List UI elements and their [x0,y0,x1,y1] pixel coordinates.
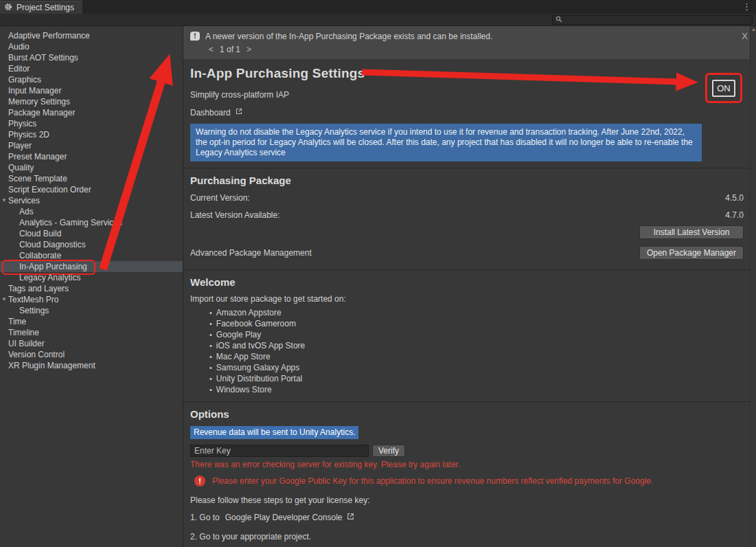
sidebar-item[interactable]: ▼ Input Manager [0,85,183,96]
settings-sidebar: ▼ Adaptive Performance ▼ Audio ▼ Burst A… [0,26,183,547]
iap-toggle-button[interactable]: ON [712,80,735,97]
legacy-analytics-warning-box: Warning do not disable the Legacy Analyt… [190,124,702,161]
section-divider [183,401,756,402]
store-list: •Amazon Appstore •Facebook Gameroom •Goo… [209,307,749,395]
sidebar-item[interactable]: ▼ Ads [0,206,183,217]
sidebar-item[interactable]: ▼ Physics 2D [0,129,183,140]
sidebar-item[interactable]: ▼ XR Plugin Management [0,360,183,371]
pager-count: 1 of 1 [220,45,240,54]
sidebar-item[interactable]: ▼ Physics [0,118,183,129]
bullet-icon: • [209,318,212,329]
toolbar [0,14,756,26]
sidebar-item[interactable]: ▼ Tags and Layers [0,283,183,294]
search-box[interactable] [552,15,753,25]
current-version-row: Current Version: 4.5.0 [190,193,749,203]
bullet-icon: • [209,362,212,373]
bullet-icon: • [209,340,212,351]
sidebar-item[interactable]: ▼ Audio [0,41,183,52]
store-list-item: •Samsung Galaxy Apps [209,362,749,373]
foldout-icon[interactable]: ▼ [1,294,8,305]
sidebar-item[interactable]: ▼ Package Manager [0,107,183,118]
sidebar-item[interactable]: ▼ Cloud Build [0,228,183,239]
sidebar-item-label: In-App Purchasing [19,261,87,272]
sidebar-item[interactable]: ▼ Version Control [0,349,183,360]
sidebar-item[interactable]: ▼ Player [0,140,183,151]
sidebar-item[interactable]: ▼ Services [0,195,183,206]
server-error-text: There was an error checking server for e… [190,460,749,469]
sidebar-item-label: Ads [19,206,34,217]
sidebar-item[interactable]: ▼ Scene Template [0,173,183,184]
sidebar-item[interactable]: ▼ Quality [0,162,183,173]
sidebar-item-label: Input Manager [8,85,61,96]
sidebar-item[interactable]: ▼ Adaptive Performance [0,30,183,41]
foldout-icon[interactable]: ▼ [1,195,8,206]
sidebar-item[interactable]: ▼ Collaborate [0,250,183,261]
tab-title: Project Settings [16,3,74,12]
sidebar-item[interactable]: ▼ Graphics [0,74,183,85]
sidebar-item-label: Scene Template [8,173,67,184]
latest-version-row: Latest Version Available: 4.7.0 [190,210,749,220]
step-1-prefix: 1. Go to [190,513,220,522]
search-input[interactable] [565,16,749,24]
store-name: Unity Distribution Portal [216,373,302,384]
sidebar-item-label: Package Manager [8,107,75,118]
sidebar-item[interactable]: ▼ Editor [0,63,183,74]
sidebar-item[interactable]: ▼ Script Execution Order [0,184,183,195]
kebab-menu-icon[interactable]: ⋮ [742,1,751,12]
google-play-console-label: Google Play Developer Console [225,513,343,522]
store-name: iOS and tvOS App Store [216,340,305,351]
google-play-console-link[interactable]: Google Play Developer Console [225,512,356,523]
window-titlebar: Project Settings ⋮ [0,0,756,14]
sidebar-item[interactable]: ▼ In-App Purchasing [0,261,183,272]
error-icon: ! [194,476,205,487]
license-key-input[interactable] [190,445,369,457]
sidebar-item-label: Script Execution Order [8,184,91,195]
sidebar-item[interactable]: ▼ UI Builder [0,338,183,349]
sidebar-item-label: Player [8,140,32,151]
analytics-note: Revenue data will be sent to Unity Analy… [190,426,358,439]
store-name: Google Play [216,329,261,340]
dashboard-link[interactable]: Dashboard [190,107,749,118]
store-list-item: •Windows Store [209,384,749,395]
sidebar-item[interactable]: ▼ Burst AOT Settings [0,52,183,63]
license-key-row: Verify [190,445,749,457]
install-row: Install Latest Version [190,225,749,239]
scroll-up-icon[interactable]: ▲ [751,27,756,32]
sidebar-item[interactable]: ▼ Timeline [0,327,183,338]
pager-next-button[interactable]: > [247,45,251,54]
banner-close-button[interactable]: X [742,31,748,41]
sidebar-item[interactable]: ▼ Analytics - Gaming Services [0,217,183,228]
sidebar-item[interactable]: ▼ Memory Settings [0,96,183,107]
sidebar-item[interactable]: ▼ Cloud Diagnostics [0,239,183,250]
sidebar-item-label: Adaptive Performance [8,30,90,41]
sidebar-item[interactable]: ▼ TextMesh Pro [0,294,183,305]
install-latest-version-button[interactable]: Install Latest Version [639,225,744,239]
store-name: Mac App Store [216,351,271,362]
sidebar-item[interactable]: ▼ Time [0,316,183,327]
current-version-value: 4.5.0 [725,193,744,203]
tab-project-settings[interactable]: Project Settings [0,1,82,14]
bullet-icon: • [209,307,212,318]
sidebar-item-label: Cloud Build [19,228,61,239]
sidebar-item-label: Version Control [8,349,65,360]
settings-main-panel: ! A newer version of the In-App Purchasi… [183,26,756,547]
open-package-manager-button[interactable]: Open Package Manager [639,246,744,260]
store-name: Facebook Gameroom [216,318,296,329]
sidebar-item-label: TextMesh Pro [8,294,58,305]
purchasing-package-heading: Purchasing Package [190,175,749,187]
google-key-error-text: Please enter your Google Public Key for … [212,476,653,486]
project-settings-window: Project Settings ⋮ ▼ Adaptive Performanc… [0,0,756,547]
gear-icon [4,3,12,13]
sidebar-item[interactable]: ▼ Settings [0,305,183,316]
pager-prev-button[interactable]: < [209,45,214,54]
sidebar-item-label: Collaborate [19,250,61,261]
bullet-icon: • [209,384,212,395]
scrollbar[interactable]: ▲ [750,26,756,547]
sidebar-item[interactable]: ▼ Preset Manager [0,151,183,162]
verify-button[interactable]: Verify [372,445,405,457]
latest-version-label: Latest Version Available: [190,210,280,220]
store-list-item: •Google Play [209,329,749,340]
sidebar-item-label: Analytics - Gaming Services [19,217,122,228]
section-divider [183,168,756,168]
sidebar-item[interactable]: ▼ Legacy Analytics [0,272,183,283]
